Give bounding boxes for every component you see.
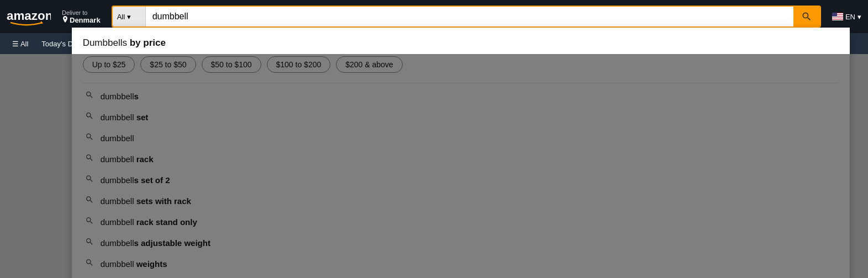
amazon-logo[interactable]: amazon [7,6,51,28]
flag-icon [832,13,843,20]
svg-text:amazon: amazon [7,9,51,23]
deliver-location: Denmark [62,16,101,24]
search-button[interactable] [793,7,820,26]
chevron-down-icon: ▾ [127,13,131,21]
svg-rect-6 [832,18,843,19]
nav-item-all[interactable]: ☰ All [7,36,34,51]
language-selector[interactable]: EN ▾ [832,13,861,21]
search-wrapper: All ▾ Dumbbells by price Up to $25 $25 t… [112,6,821,28]
svg-rect-8 [832,13,837,17]
price-section-title: Dumbbells by price [83,38,839,49]
header: amazon Deliver to Denmark All ▾ [0,0,868,33]
search-icon [801,11,812,22]
deliver-to[interactable]: Deliver to Denmark [62,9,101,24]
svg-rect-5 [832,17,843,18]
chevron-down-icon: ▾ [858,13,861,21]
svg-rect-7 [832,20,843,20]
location-icon [62,16,69,24]
search-category-select[interactable]: All ▾ [113,7,146,26]
search-bar: All ▾ [112,6,821,28]
overlay [0,54,868,278]
deliver-label: Deliver to [62,9,87,16]
search-input[interactable] [146,7,793,26]
